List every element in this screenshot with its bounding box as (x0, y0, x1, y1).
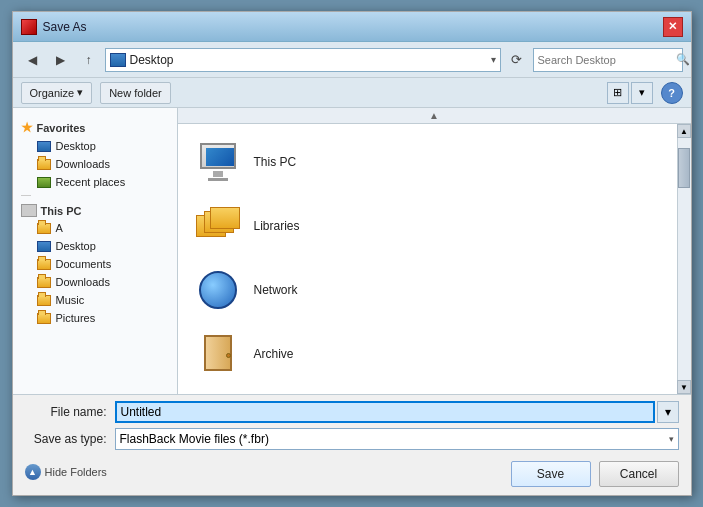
scroll-up-arrow[interactable]: ▲ (677, 124, 691, 138)
sidebar-item-documents[interactable]: Documents (13, 255, 177, 273)
savetype-dropdown[interactable]: FlashBack Movie files (*.fbr) ▾ (115, 428, 679, 450)
content-scrollbar[interactable]: ▲ ▼ (677, 124, 691, 394)
filename-row: File name: ▾ (25, 401, 679, 423)
scroll-down-arrow[interactable]: ▼ (677, 380, 691, 394)
view-dropdown-button[interactable]: ▾ (631, 82, 653, 104)
sidebar-item-desktop[interactable]: Desktop (13, 137, 177, 155)
close-button[interactable]: ✕ (663, 17, 683, 37)
filename-input[interactable] (115, 401, 655, 423)
documents-icon (37, 259, 51, 270)
desktop-icon (37, 141, 51, 152)
path-bar[interactable]: Desktop ▾ (105, 48, 501, 72)
sidebar-favorites-header[interactable]: ★ Favorites (13, 116, 177, 137)
archive-label: Archive (254, 347, 294, 361)
savetype-row: Save as type: FlashBack Movie files (*.f… (25, 428, 679, 450)
sidebar-item-a[interactable]: A (13, 219, 177, 237)
filename-label: File name: (25, 405, 115, 419)
libraries-label: Libraries (254, 219, 300, 233)
help-button[interactable]: ? (661, 82, 683, 104)
sidebar-item-pc-downloads[interactable]: Downloads (13, 273, 177, 291)
title-bar: Save As ✕ (13, 12, 691, 42)
refresh-button[interactable]: ⟳ (505, 48, 529, 72)
action-bar: Organize ▾ New folder ⊞ ▾ ? (13, 78, 691, 108)
view-buttons: ⊞ ▾ (607, 82, 653, 104)
content-area: This PC Libraries (178, 124, 677, 394)
toolbar: ◀ ▶ ↑ Desktop ▾ ⟳ 🔍 (13, 42, 691, 78)
search-bar[interactable]: 🔍 (533, 48, 683, 72)
search-input[interactable] (538, 54, 676, 66)
savetype-dropdown-icon: ▾ (669, 434, 674, 444)
content-item-thispc[interactable]: This PC (186, 132, 669, 192)
network-icon (194, 266, 242, 314)
music-icon (37, 295, 51, 306)
cancel-button[interactable]: Cancel (599, 461, 679, 487)
content-item-network[interactable]: Network (186, 260, 669, 320)
organize-button[interactable]: Organize ▾ (21, 82, 93, 104)
sidebar-item-downloads[interactable]: Downloads (13, 155, 177, 173)
recent-places-icon (37, 177, 51, 188)
filename-dropdown-arrow[interactable]: ▾ (657, 401, 679, 423)
scrollbar-track[interactable] (678, 138, 690, 380)
hide-folders-button[interactable]: ▲ Hide Folders (25, 460, 107, 484)
archive-icon (194, 330, 242, 378)
search-icon: 🔍 (676, 53, 690, 66)
scrollbar-thumb[interactable] (678, 148, 690, 188)
back-button[interactable]: ◀ (21, 48, 45, 72)
forward-button[interactable]: ▶ (49, 48, 73, 72)
save-as-dialog: Save As ✕ ◀ ▶ ↑ Desktop ▾ ⟳ 🔍 Organize ▾… (12, 11, 692, 496)
bottom-area: File name: ▾ Save as type: FlashBack Mov… (13, 394, 691, 495)
organize-dropdown-icon: ▾ (77, 86, 83, 99)
path-folder-icon (110, 53, 126, 67)
content-item-libraries[interactable]: Libraries (186, 196, 669, 256)
title-bar-left: Save As (21, 19, 87, 35)
path-text: Desktop (130, 53, 487, 67)
dialog-title: Save As (43, 20, 87, 34)
pictures-icon (37, 313, 51, 324)
libraries-icon (194, 202, 242, 250)
up-button[interactable]: ↑ (77, 48, 101, 72)
sidebar-item-pictures[interactable]: Pictures (13, 309, 177, 327)
savetype-label: Save as type: (25, 432, 115, 446)
a-drive-icon (37, 223, 51, 234)
pc-downloads-icon (37, 277, 51, 288)
sidebar-item-pc-desktop[interactable]: Desktop (13, 237, 177, 255)
content-item-archive[interactable]: Archive (186, 324, 669, 384)
save-button[interactable]: Save (511, 461, 591, 487)
view-button[interactable]: ⊞ (607, 82, 629, 104)
pc-desktop-icon (37, 241, 51, 252)
sidebar-item-recent[interactable]: Recent places (13, 173, 177, 191)
pc-icon (21, 204, 37, 217)
sidebar-item-music[interactable]: Music (13, 291, 177, 309)
path-dropdown-arrow[interactable]: ▾ (491, 54, 496, 65)
thispc-label: This PC (254, 155, 297, 169)
main-area: ★ Favorites Desktop Downloads Recent pla… (13, 108, 691, 394)
btn-row: Save Cancel (511, 461, 679, 489)
sidebar: ★ Favorites Desktop Downloads Recent pla… (13, 108, 178, 394)
downloads-folder-icon (37, 159, 51, 170)
hide-folders-icon: ▲ (25, 464, 41, 480)
scroll-top-arrow[interactable]: ▲ (178, 108, 691, 124)
favorites-star-icon: ★ (21, 120, 33, 135)
sidebar-pc-header[interactable]: This PC (13, 200, 177, 219)
network-label: Network (254, 283, 298, 297)
app-icon (21, 19, 37, 35)
new-folder-button[interactable]: New folder (100, 82, 171, 104)
thispc-icon (194, 138, 242, 186)
